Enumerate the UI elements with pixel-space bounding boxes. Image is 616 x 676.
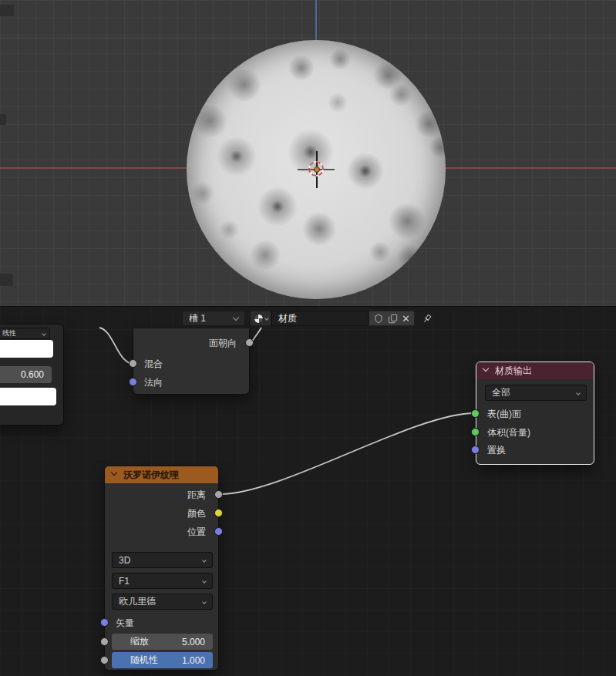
normal-input-label: 法向 <box>144 376 163 389</box>
browse-material-button[interactable] <box>250 311 271 326</box>
slot-label: 槽 1 <box>189 312 206 325</box>
dimensions-value: 3D <box>119 555 130 566</box>
material-name-field[interactable]: 材质 <box>271 311 369 326</box>
randomness-value: 1.000 <box>182 655 205 666</box>
chevron-down-icon <box>264 316 269 321</box>
surface-input-socket[interactable] <box>471 409 480 418</box>
collapse-chevron-icon[interactable] <box>111 469 117 476</box>
output-target-dropdown[interactable]: 全部 <box>485 385 587 401</box>
copy-icon[interactable] <box>388 313 399 325</box>
volume-input-socket[interactable] <box>471 428 480 436</box>
material-name: 材质 <box>278 312 297 325</box>
randomness-slider[interactable]: 随机性 1.000 <box>112 652 213 668</box>
blend-input-label: 混合 <box>144 358 163 371</box>
output-node-header[interactable]: 材质输出 <box>476 362 594 379</box>
interpolation-label: 线性 <box>2 328 16 338</box>
shader-editor[interactable]: 槽 1 材质 ✕ <box>0 308 616 676</box>
scale-input-socket[interactable] <box>100 637 109 646</box>
position-value: 0.600 <box>21 369 44 380</box>
scale-slider[interactable]: 缩放 5.000 <box>112 634 213 650</box>
color-bar[interactable] <box>0 340 53 358</box>
chevron-down-icon <box>202 600 207 604</box>
voronoi-node-title: 沃罗诺伊纹理 <box>123 469 179 482</box>
viewport-overlay-fragment <box>0 5 14 16</box>
randomness-input-socket[interactable] <box>100 656 109 664</box>
volume-input-label: 体积(音量) <box>487 426 530 439</box>
material-output-node[interactable]: 材质输出 全部 表(曲)面 体积(音量) 置换 <box>476 362 594 465</box>
facing-output-socket[interactable] <box>245 338 254 347</box>
chevron-down-icon <box>233 314 239 320</box>
position-value-field[interactable]: 0.600 <box>0 366 52 383</box>
feature-dropdown[interactable]: F1 <box>112 573 213 589</box>
chevron-down-icon <box>202 558 207 563</box>
geometry-node[interactable]: 面朝向 混合 法向 <box>133 328 250 395</box>
displacement-input-socket[interactable] <box>471 446 480 454</box>
interpolation-dropdown[interactable]: 线性 <box>0 328 50 339</box>
scale-value: 5.000 <box>182 637 205 647</box>
color-output-label: 颜色 <box>187 507 206 520</box>
scale-label: 缩放 <box>130 635 149 648</box>
distance-metric-value: 欧几里德 <box>119 595 156 608</box>
output-target-value: 全部 <box>492 386 510 399</box>
distance-output-socket[interactable] <box>214 490 223 499</box>
3d-viewport[interactable] <box>0 0 616 308</box>
vector-input-label: 矢量 <box>116 617 134 630</box>
chevron-down-icon <box>42 331 46 336</box>
distance-output-label: 距离 <box>187 489 206 502</box>
shield-icon[interactable] <box>373 313 384 325</box>
dimensions-dropdown[interactable]: 3D <box>112 552 213 568</box>
material-action-group: ✕ <box>369 311 415 326</box>
link-distance-to-surface[interactable] <box>220 413 475 494</box>
color-swatch[interactable] <box>0 388 56 405</box>
output-node-title: 材质输出 <box>495 365 532 378</box>
material-preview-icon <box>254 314 264 324</box>
chevron-down-icon <box>576 391 581 395</box>
pin-button[interactable] <box>419 311 435 326</box>
material-slot-dropdown[interactable]: 槽 1 <box>182 311 245 326</box>
grid-major-line <box>0 38 616 39</box>
blend-input-socket[interactable] <box>129 359 137 368</box>
facing-output-label: 面朝向 <box>209 337 237 350</box>
color-output-socket[interactable] <box>214 509 223 517</box>
voronoi-node-header[interactable]: 沃罗诺伊纹理 <box>105 466 218 483</box>
normal-input-socket[interactable] <box>129 378 137 386</box>
distance-metric-dropdown[interactable]: 欧几里德 <box>112 594 213 610</box>
voronoi-texture-node[interactable]: 沃罗诺伊纹理 距离 颜色 位置 3D F1 欧几里德 矢量 <box>104 466 219 671</box>
color-ramp-node[interactable]: 线性 0.600 <box>0 324 64 425</box>
3d-cursor <box>308 160 326 179</box>
pin-icon <box>421 312 433 325</box>
collapse-chevron-icon[interactable] <box>483 365 489 372</box>
randomness-label: 随机性 <box>130 654 158 667</box>
surface-input-label: 表(曲)面 <box>487 408 521 421</box>
displacement-input-label: 置换 <box>487 444 506 457</box>
blender-window: 槽 1 材质 ✕ <box>0 0 616 676</box>
feature-value: F1 <box>119 576 130 587</box>
z-axis-line <box>315 0 317 41</box>
position-output-label: 位置 <box>187 526 206 539</box>
viewport-overlay-fragment <box>0 114 6 125</box>
object-origin-dot <box>314 166 320 173</box>
link-to-blend-input[interactable] <box>99 328 132 364</box>
vector-input-socket[interactable] <box>100 618 109 627</box>
chevron-down-icon <box>202 579 207 584</box>
viewport-overlay-fragment <box>0 274 13 286</box>
position-output-socket[interactable] <box>214 527 223 536</box>
close-icon[interactable]: ✕ <box>402 314 410 324</box>
